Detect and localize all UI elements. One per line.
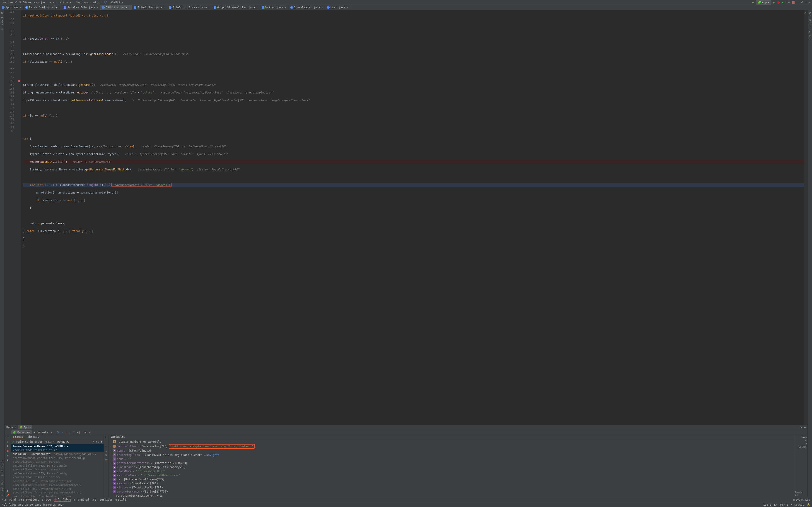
editor-scrollbar[interactable] — [804, 10, 807, 425]
pause-icon[interactable]: ⏸ — [6, 445, 9, 448]
updates-icon[interactable]: ⤓ — [805, 1, 807, 4]
caret-pos[interactable]: 116:1 — [763, 503, 771, 506]
console-tab[interactable]: ▣ Console — [32, 430, 49, 434]
close-icon[interactable]: × — [58, 6, 60, 9]
mem-gear-icon[interactable]: ⚙ — [805, 442, 807, 445]
indent[interactable]: 4 spaces — [791, 503, 804, 506]
editor-tab[interactable]: cUser.java× — [325, 5, 350, 10]
editor-tab[interactable]: cFileOutputStream.java× — [167, 5, 212, 10]
encoding[interactable]: UTF-8 — [780, 503, 788, 506]
variable-row[interactable]: ›≡parameterAnnotations = {Annotation[2][… — [109, 461, 794, 465]
toolwin-debug[interactable]: 🐞 5: Debug — [54, 498, 71, 502]
stack-frame[interactable]: build:485, JavaBeanInfo (com.alibaba.fas… — [11, 452, 104, 456]
close-icon[interactable]: × — [321, 6, 323, 9]
up-var-icon[interactable]: ↑ — [105, 445, 107, 448]
breakpoint-icon[interactable] — [18, 80, 20, 82]
attach-icon[interactable]: ⟳ — [788, 1, 791, 4]
debugger-tab[interactable]: 🧩 Debugger — [11, 430, 32, 434]
variable-row[interactable]: ›≡types = {Class[2]@782} — [109, 449, 794, 453]
close-icon[interactable]: × — [347, 6, 348, 9]
close-icon[interactable]: × — [163, 6, 165, 9]
step-into-icon[interactable]: ↓ — [60, 430, 64, 434]
mute-bp-icon[interactable]: ⊘ — [7, 458, 8, 461]
close-icon[interactable]: × — [208, 6, 210, 9]
stack-frame[interactable]: deserialze:288, JavaBeanDeserializer (co… — [11, 487, 104, 495]
close-icon[interactable]: × — [20, 6, 21, 9]
variable-row[interactable]: ›≡declaringClass = {Class@753} "class or… — [109, 453, 794, 457]
glasses-icon[interactable]: 👓 — [104, 458, 108, 461]
variable-row[interactable]: ›≡name = "" — [109, 457, 794, 461]
view-bp-icon[interactable]: ● — [7, 454, 8, 457]
favorites-tool[interactable]: 2: Favorites — [1, 479, 3, 497]
next-frame-icon[interactable]: ↓ — [98, 440, 100, 443]
variable-row[interactable]: ›≡reader = {ClassReader@786} — [109, 482, 794, 486]
close-icon[interactable]: × — [128, 6, 130, 9]
folder-icon[interactable]: ▤ — [1, 11, 3, 14]
drop-frame-icon[interactable]: ⤴ — [72, 430, 75, 434]
close-icon[interactable]: × — [256, 6, 258, 9]
lock-icon[interactable]: 🔒 — [807, 503, 810, 506]
stack-frame[interactable]: deserialze:805, JavaBeanDeserializer (co… — [11, 479, 104, 487]
navigate-link[interactable]: Navigate — [206, 453, 219, 457]
project-tool[interactable]: 1: Project — [1, 16, 3, 31]
force-step-icon[interactable]: ↓ — [64, 430, 68, 434]
editor[interactable]: ✓ 13613813914314414714814915015115215515… — [5, 10, 807, 425]
editor-tab[interactable]: cASMUtils.java× — [100, 5, 132, 10]
stack-frame[interactable]: createJavaBeanDeserializer:915, ParserCo… — [11, 456, 104, 464]
remove-var-icon[interactable]: − — [105, 440, 107, 443]
editor-tab[interactable]: cWriter.java× — [260, 5, 289, 10]
debug-left-rail[interactable]: ↻ ▶ ⏸ ■ ● ⊘ ⊞ 📌 — [5, 435, 11, 497]
toolwin-find[interactable]: ⌕ 3: Find — [2, 498, 16, 501]
thread-selector[interactable]: ✓ "main"@1 in group "main": RUNNING ▾ ↑ … — [11, 439, 104, 444]
editor-tab[interactable]: cApp.java× — [0, 5, 23, 10]
close-icon[interactable]: × — [285, 6, 286, 9]
run-icon[interactable]: ▶ — [773, 1, 775, 4]
variable-row[interactable]: ›≡visitor = {TypeCollector@787} — [109, 486, 794, 490]
debug-session-tab[interactable]: 🧩 App × — [18, 425, 33, 429]
copy-var-icon[interactable]: ⧉ — [105, 454, 107, 457]
step-out-icon[interactable]: ↑ — [68, 430, 72, 434]
prev-frame-icon[interactable]: ↑ — [95, 440, 97, 443]
step-tool-1[interactable]: ≡ — [50, 430, 53, 434]
variable-row[interactable]: oo parameterNames.length = 2 — [109, 494, 794, 497]
left-rail[interactable]: ▤ 1: Project 7: Structure 2: Favorites — [0, 10, 5, 497]
line-sep[interactable]: LF — [774, 503, 777, 506]
editor-tab[interactable]: cParserConfig.java× — [23, 5, 62, 10]
stack-frame[interactable]: getDeserializer:832, ParserConfig (com.a… — [11, 464, 104, 471]
database-tool[interactable]: Database — [809, 29, 811, 42]
pin-icon[interactable]: 📌 — [6, 494, 9, 497]
toolwin-build[interactable]: ⚒ Build — [115, 498, 126, 501]
toolwin-todo[interactable]: ☑ TODO — [42, 498, 51, 501]
right-rail[interactable]: Ant Maven Database — [807, 10, 812, 497]
structure-tool[interactable]: 7: Structure — [1, 459, 3, 477]
minimize-icon[interactable]: — — [804, 426, 806, 429]
trace-icon[interactable]: ≋ — [88, 430, 91, 434]
stack-frame[interactable]: deserialze:284, JavaBeanDeserializer (co… — [11, 495, 104, 497]
evaluate-icon[interactable]: ▦ — [84, 430, 87, 434]
dropdown-icon[interactable]: ▾ — [93, 440, 95, 443]
variable-row[interactable]: ›≡resourceName = "org/example/User.class… — [109, 473, 794, 477]
variable-row[interactable]: sstatic members of ASMUtils — [109, 440, 794, 444]
down-var-icon[interactable]: ↓ — [105, 449, 107, 452]
variable-row[interactable]: ›≡is = {BufferedInputStream@785} — [109, 477, 794, 482]
build-icon[interactable]: ⚒ — [752, 1, 754, 4]
toolwin-problems[interactable]: ⚠ 6: Problems — [18, 498, 39, 501]
code-area[interactable]: if (methodOrCtor instanceof Method) {...… — [21, 10, 804, 425]
run-to-cursor-icon[interactable]: →| — [76, 430, 81, 434]
layout-icon[interactable]: ⊞ — [7, 489, 8, 493]
frames-list[interactable]: lookupParameterNames:162, ASMUtils (com.… — [11, 444, 104, 497]
stop-icon[interactable] — [792, 1, 795, 4]
editor-tab[interactable]: cClassReader.java× — [289, 5, 325, 10]
ant-tool[interactable]: Ant — [809, 11, 811, 17]
gear-icon[interactable]: ⚙ — [801, 426, 802, 429]
variable-row[interactable]: ›≡classLoader = {Launcher$AppClassLoader… — [109, 465, 794, 469]
stop-icon[interactable]: ■ — [7, 449, 8, 452]
rerun-icon[interactable]: ↻ — [7, 436, 8, 439]
coverage-icon[interactable]: ▶⋮ — [782, 1, 786, 4]
threads-tab[interactable]: Threads — [25, 435, 41, 439]
frames-tab[interactable]: Frames — [11, 435, 25, 439]
editor-tab[interactable]: cJavaBeanInfo.java× — [62, 5, 100, 10]
toolwin-eventlog[interactable]: ▣ Event Log — [793, 498, 810, 501]
variable-row[interactable]: ›≡className = "org.example.User" — [109, 469, 794, 473]
mem-search-icon[interactable]: ⌕ — [805, 439, 807, 442]
